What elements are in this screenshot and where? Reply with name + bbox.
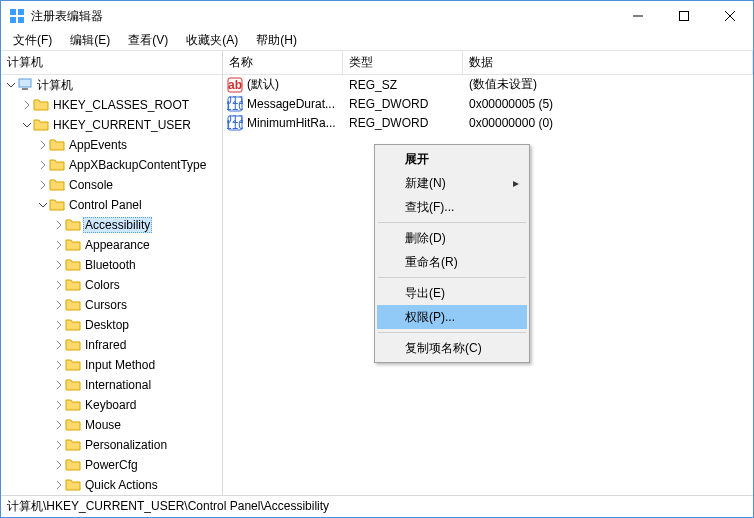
tree-node-label: Quick Actions xyxy=(83,477,160,493)
list-col-type[interactable]: 类型 xyxy=(343,51,463,74)
tree-node-label: Personalization xyxy=(83,437,169,453)
menu-file[interactable]: 文件(F) xyxy=(5,30,60,51)
menu-item-expand[interactable]: 展开 xyxy=(377,147,527,171)
folder-icon xyxy=(65,437,81,453)
tree-node[interactable]: Infrared xyxy=(1,335,222,355)
folder-icon xyxy=(33,117,49,133)
menu-item-new[interactable]: 新建(N)▸ xyxy=(377,171,527,195)
tree-twisty-icon[interactable] xyxy=(53,439,65,451)
svg-rect-2 xyxy=(10,17,16,23)
close-button[interactable] xyxy=(707,1,753,31)
tree-node-label: Accessibility xyxy=(83,217,152,233)
tree-twisty-icon[interactable] xyxy=(37,199,49,211)
menu-favorites[interactable]: 收藏夹(A) xyxy=(178,30,246,51)
list-col-data[interactable]: 数据 xyxy=(463,51,753,74)
menu-help[interactable]: 帮助(H) xyxy=(248,30,305,51)
list-col-name[interactable]: 名称 xyxy=(223,51,343,74)
tree-twisty-icon[interactable] xyxy=(21,119,33,131)
menu-view[interactable]: 查看(V) xyxy=(120,30,176,51)
tree-node-label: International xyxy=(83,377,153,393)
context-menu: 展开 新建(N)▸ 查找(F)... 删除(D) 重命名(R) 导出(E) 权限… xyxy=(374,144,530,363)
tree-node[interactable]: Desktop xyxy=(1,315,222,335)
maximize-button[interactable] xyxy=(661,1,707,31)
menu-item-label: 新建(N) xyxy=(405,175,446,192)
system-buttons xyxy=(615,1,753,31)
tree-twisty-icon[interactable] xyxy=(53,299,65,311)
tree-twisty-icon[interactable] xyxy=(53,279,65,291)
tree-node[interactable]: HKEY_CLASSES_ROOT xyxy=(1,95,222,115)
value-data: 0x00000000 (0) xyxy=(463,116,753,130)
window-title: 注册表编辑器 xyxy=(31,8,615,25)
tree-node[interactable]: Input Method xyxy=(1,355,222,375)
tree-node-label: Appearance xyxy=(83,237,152,253)
tree-twisty-icon[interactable] xyxy=(5,79,17,91)
value-name: (默认) xyxy=(247,76,279,93)
menu-item-permissions[interactable]: 权限(P)... xyxy=(377,305,527,329)
tree-node[interactable]: HKEY_CURRENT_USER xyxy=(1,115,222,135)
menu-separator xyxy=(378,277,526,278)
tree-twisty-icon[interactable] xyxy=(53,459,65,471)
menu-bar: 文件(F) 编辑(E) 查看(V) 收藏夹(A) 帮助(H) xyxy=(1,31,753,51)
tree-twisty-icon[interactable] xyxy=(53,359,65,371)
folder-icon xyxy=(65,397,81,413)
menu-edit[interactable]: 编辑(E) xyxy=(62,30,118,51)
tree-header[interactable]: 计算机 xyxy=(1,51,222,75)
menu-item-rename[interactable]: 重命名(R) xyxy=(377,250,527,274)
tree-node[interactable]: PowerCfg xyxy=(1,455,222,475)
tree-twisty-icon[interactable] xyxy=(53,419,65,431)
tree-node[interactable]: AppXBackupContentType xyxy=(1,155,222,175)
menu-separator xyxy=(378,332,526,333)
computer-icon xyxy=(17,77,33,93)
svg-text:110: 110 xyxy=(227,118,243,131)
list-row[interactable]: ab(默认)REG_SZ(数值未设置) xyxy=(223,75,753,94)
tree-node[interactable]: International xyxy=(1,375,222,395)
tree-twisty-icon[interactable] xyxy=(53,219,65,231)
tree-twisty-icon[interactable] xyxy=(53,239,65,251)
tree-node[interactable]: Console xyxy=(1,175,222,195)
tree-node[interactable]: Cursors xyxy=(1,295,222,315)
menu-item-label: 重命名(R) xyxy=(405,254,458,271)
menu-item-copy-key-name[interactable]: 复制项名称(C) xyxy=(377,336,527,360)
tree-node-label: Colors xyxy=(83,277,122,293)
tree-twisty-icon[interactable] xyxy=(53,479,65,491)
tree-node[interactable]: AppEvents xyxy=(1,135,222,155)
tree-panel: 计算机 计算机HKEY_CLASSES_ROOTHKEY_CURRENT_USE… xyxy=(1,51,223,495)
tree-twisty-icon[interactable] xyxy=(53,339,65,351)
tree-twisty-icon[interactable] xyxy=(37,159,49,171)
tree-node[interactable]: Colors xyxy=(1,275,222,295)
tree-node[interactable]: Accessibility xyxy=(1,215,222,235)
list-row[interactable]: 011110MinimumHitRa...REG_DWORD0x00000000… xyxy=(223,113,753,132)
tree-twisty-icon[interactable] xyxy=(53,399,65,411)
svg-text:110: 110 xyxy=(227,99,243,112)
list-row[interactable]: 011110MessageDurat...REG_DWORD0x00000005… xyxy=(223,94,753,113)
tree-twisty-icon[interactable] xyxy=(21,99,33,111)
tree-twisty-icon[interactable] xyxy=(53,379,65,391)
minimize-button[interactable] xyxy=(615,1,661,31)
tree-node[interactable]: 计算机 xyxy=(1,75,222,95)
tree-twisty-icon[interactable] xyxy=(37,139,49,151)
tree-twisty-icon[interactable] xyxy=(53,319,65,331)
tree-twisty-icon[interactable] xyxy=(53,259,65,271)
tree-node[interactable]: Bluetooth xyxy=(1,255,222,275)
folder-icon xyxy=(49,157,65,173)
folder-icon xyxy=(65,377,81,393)
tree-node-label: AppEvents xyxy=(67,137,129,153)
tree-node[interactable]: Quick Actions xyxy=(1,475,222,495)
value-type: REG_DWORD xyxy=(343,97,463,111)
tree-node[interactable]: Control Panel xyxy=(1,195,222,215)
svg-rect-5 xyxy=(680,12,689,21)
menu-item-find[interactable]: 查找(F)... xyxy=(377,195,527,219)
tree-node[interactable]: Personalization xyxy=(1,435,222,455)
menu-item-export[interactable]: 导出(E) xyxy=(377,281,527,305)
tree-node[interactable]: Mouse xyxy=(1,415,222,435)
tree-node[interactable]: Appearance xyxy=(1,235,222,255)
folder-icon xyxy=(65,257,81,273)
tree-node[interactable]: Keyboard xyxy=(1,395,222,415)
folder-icon xyxy=(65,297,81,313)
status-bar: 计算机\HKEY_CURRENT_USER\Control Panel\Acce… xyxy=(1,495,753,517)
value-type: REG_DWORD xyxy=(343,116,463,130)
menu-item-delete[interactable]: 删除(D) xyxy=(377,226,527,250)
tree-body[interactable]: 计算机HKEY_CLASSES_ROOTHKEY_CURRENT_USERApp… xyxy=(1,75,222,495)
tree-node-label: PowerCfg xyxy=(83,457,140,473)
tree-twisty-icon[interactable] xyxy=(37,179,49,191)
